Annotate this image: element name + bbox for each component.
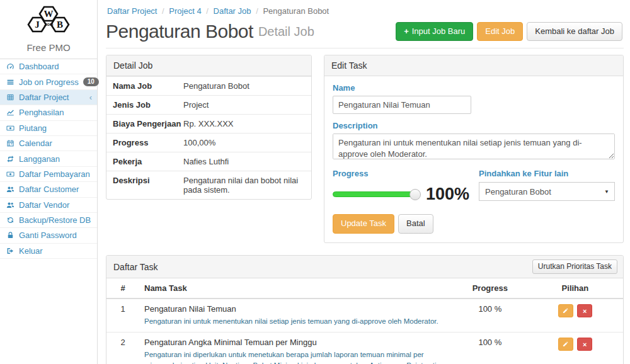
money-icon — [6, 124, 14, 132]
sidebar-item-daftar-vendor[interactable]: Daftar Vendor — [0, 198, 97, 213]
progress-value: 100% — [426, 185, 469, 204]
page-title: Pengaturan Bobot — [106, 21, 253, 42]
header-buttons: + Input Job Baru Edit Job Kembali ke daf… — [396, 22, 622, 42]
sidebar-item-label: Keluar — [19, 246, 43, 256]
sidebar-item-backup-restore[interactable]: Backup/Restore DB — [0, 213, 97, 228]
daftar-task-panel-title: Daftar Task — [113, 262, 158, 272]
chevron-left-icon: ‹ — [89, 93, 92, 102]
main-content: Daftar Project / Project 4 / Daftar Job … — [98, 0, 630, 364]
jwb-logo-icon: W J B .com — [18, 5, 79, 39]
sidebar-item-daftar-project[interactable]: Daftar Project ‹ — [0, 90, 97, 105]
sidebar-item-daftar-pembayaran[interactable]: Daftar Pembayaran — [0, 167, 97, 182]
sidebar-item-dashboard[interactable]: Dashboard — [0, 59, 97, 74]
detail-label: Biaya Pengerjaan — [113, 119, 183, 128]
task-progress: 100 % — [453, 299, 527, 332]
sidebar-item-langganan[interactable]: Langganan — [0, 151, 97, 166]
detail-value: Pengaturan Bobot — [183, 81, 249, 91]
chevron-down-icon: ▼ — [604, 189, 609, 195]
batal-button[interactable]: Batal — [398, 214, 433, 234]
sidebar-item-keluar[interactable]: Keluar — [0, 244, 97, 259]
detail-row: Biaya PengerjaanRp. XXX.XXX — [106, 114, 311, 133]
brand-logo: W J B .com Free PMO — [0, 0, 97, 59]
edit-job-button[interactable]: Edit Job — [477, 22, 523, 42]
detail-label: Nama Job — [113, 81, 183, 91]
edit-task-panel: Edit Task Name Description Pengaturan in… — [324, 55, 624, 243]
sidebar-item-label: Daftar Project — [19, 93, 69, 102]
sort-priority-button-top[interactable]: Urutkan Prioritas Task — [532, 259, 617, 275]
input-job-baru-label: Input Job Baru — [412, 26, 466, 37]
task-name: Pengaturan Nilai Temuan — [144, 304, 448, 314]
x-icon: × — [583, 307, 587, 315]
detail-row: DeskripsiPengaturan nilai dan bobot nila… — [106, 171, 311, 199]
task-name-input[interactable] — [333, 96, 471, 114]
task-progress: 100 % — [453, 333, 527, 364]
lock-icon — [6, 231, 14, 239]
sidebar-item-piutang[interactable]: Piutang — [0, 121, 97, 136]
refresh-icon — [6, 216, 14, 224]
breadcrumb-link-daftar-project[interactable]: Daftar Project — [107, 6, 157, 16]
task-table: # Nama Task Progress Pilihan 1 Pengatura… — [106, 278, 623, 364]
progress-slider-handle[interactable] — [410, 189, 421, 200]
plus-icon: + — [404, 26, 409, 37]
detail-job-panel: Detail Job Nama JobPengaturan Bobot Jeni… — [106, 55, 312, 200]
breadcrumb-separator: / — [256, 6, 258, 16]
delete-task-button[interactable]: × — [577, 338, 592, 351]
edit-task-button[interactable] — [558, 304, 573, 317]
table-icon — [6, 93, 14, 101]
progress-slider[interactable] — [333, 191, 416, 197]
sidebar-item-job-on-progress[interactable]: Job on Progress 10 — [0, 74, 97, 89]
column-header-progress: Progress — [453, 278, 527, 299]
sidebar-item-daftar-customer[interactable]: Daftar Customer — [0, 182, 97, 197]
detail-label: Pekerja — [113, 157, 183, 166]
sidebar-item-penghasilan[interactable]: Penghasilan — [0, 105, 97, 120]
breadcrumb-current: Pengaturan Bobot — [263, 6, 329, 16]
logo-letter-b: B — [57, 20, 63, 30]
update-task-button[interactable]: Update Task — [333, 214, 394, 234]
logo-letter-w: W — [44, 9, 54, 19]
detail-row: Progress100,00% — [106, 133, 311, 152]
sidebar-item-label: Ganti Password — [19, 230, 77, 240]
calendar-icon — [6, 139, 14, 147]
sidebar-item-label: Langganan — [19, 154, 60, 164]
sidebar-item-label: Penghasilan — [19, 108, 64, 117]
detail-row: PekerjaNafies Luthfi — [106, 152, 311, 171]
edit-task-button[interactable] — [558, 338, 573, 351]
column-header-num: # — [106, 278, 139, 299]
sidebar-item-label: Daftar Customer — [19, 185, 79, 194]
breadcrumb-separator: / — [162, 6, 164, 16]
sidebar-item-calendar[interactable]: Calendar — [0, 136, 97, 151]
move-to-feature-select[interactable]: Pengaturan Bobot ▼ — [479, 182, 615, 201]
move-to-feature-label: Pindahkan ke Fitur lain — [479, 169, 615, 178]
column-header-nama-task: Nama Task — [139, 278, 453, 299]
repeat-icon — [6, 155, 14, 163]
list-icon — [6, 78, 14, 86]
sidebar-item-ganti-password[interactable]: Ganti Password — [0, 228, 97, 243]
users-icon — [6, 185, 14, 193]
breadcrumb-link-project-4[interactable]: Project 4 — [169, 6, 201, 16]
logo-dotcom: .com — [43, 22, 53, 26]
detail-value: Rp. XXX.XXX — [183, 119, 233, 128]
app-name: Free PMO — [0, 42, 97, 53]
breadcrumb-link-daftar-job[interactable]: Daftar Job — [214, 6, 251, 16]
detail-value: Nafies Luthfi — [183, 157, 229, 166]
logo-letter-j: J — [35, 20, 40, 30]
detail-value: Pengaturan nilai dan bobot nilai pada si… — [183, 176, 305, 195]
detail-label: Jenis Job — [113, 100, 183, 110]
sidebar-item-label: Daftar Pembayaran — [19, 169, 90, 179]
task-name: Pengaturan Angka Minimal Temuan per Ming… — [144, 338, 448, 347]
table-row: 2 Pengaturan Angka Minimal Temuan per Mi… — [106, 333, 623, 364]
task-description-textarea[interactable]: Pengaturan ini untuk menentukan nilai se… — [333, 134, 615, 159]
line-chart-icon — [6, 108, 14, 117]
input-job-baru-button[interactable]: + Input Job Baru — [396, 22, 473, 42]
delete-task-button[interactable]: × — [577, 304, 592, 317]
edit-task-panel-title: Edit Task — [324, 55, 623, 76]
dashboard-icon — [6, 62, 14, 71]
sidebar: W J B .com Free PMO Dashboard Job on Pro… — [0, 0, 98, 364]
back-to-job-list-button[interactable]: Kembali ke daftar Job — [527, 22, 622, 42]
sidebar-item-label: Calendar — [19, 139, 52, 148]
sidebar-item-label: Job on Progress — [19, 77, 79, 87]
selected-option: Pengaturan Bobot — [485, 187, 551, 196]
detail-value: Project — [183, 100, 209, 110]
column-header-pilihan: Pilihan — [527, 278, 623, 299]
page-header: Pengaturan Bobot Detail Job + Input Job … — [106, 21, 624, 42]
